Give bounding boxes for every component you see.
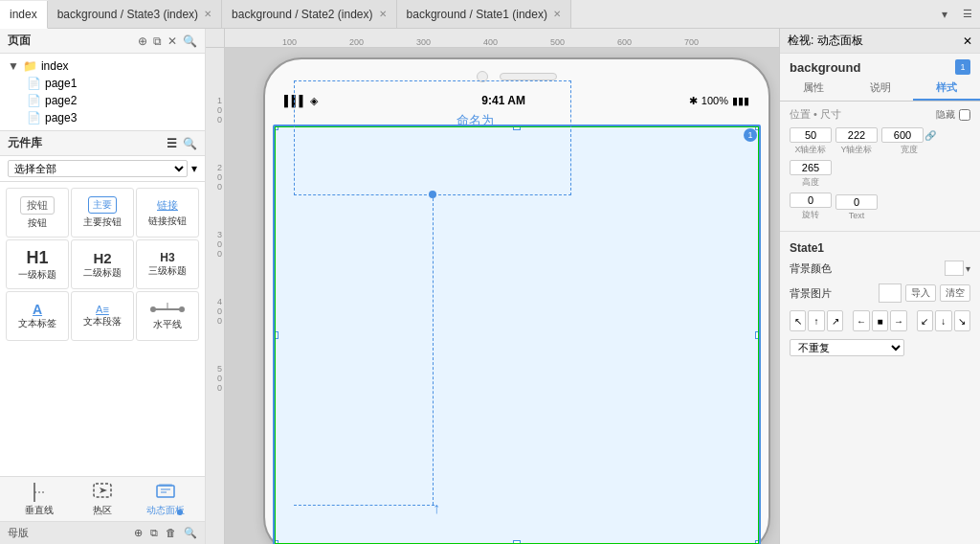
align-bc-button[interactable]: ↓: [935, 310, 951, 331]
handle-mid-right[interactable]: [755, 331, 761, 339]
xywh-row: X轴坐标 Y轴坐标 🔗 宽度 高度: [790, 127, 970, 189]
bg-color-dropdown[interactable]: ▾: [966, 263, 970, 274]
y-input[interactable]: [835, 127, 878, 143]
component-text-label[interactable]: A 文本标签: [6, 291, 69, 341]
state-title: State1: [780, 236, 980, 257]
phone-status-bar: ▌▌▌ ◈ 9:41 AM ✱ 100% ▮▮▮: [265, 90, 768, 111]
ruler-tick-v-100: 100: [217, 96, 222, 125]
bg-color-row: 背景颜色 ▾: [780, 257, 980, 280]
sidebar-hotspot-item[interactable]: 热区: [83, 482, 122, 517]
tab-description[interactable]: 说明: [847, 77, 914, 101]
bg-import-button[interactable]: 导入: [905, 284, 936, 302]
ruler-tick-200: 200: [349, 37, 364, 47]
svg-rect-4: [157, 486, 174, 497]
component-primary-button[interactable]: 主要 主要按钮: [71, 188, 134, 238]
tree-item-page2[interactable]: 📄 page2: [0, 92, 205, 109]
folder-icon: 📁: [23, 59, 37, 73]
align-ml-button[interactable]: ←: [853, 310, 869, 331]
align-tl-button[interactable]: ↖: [790, 310, 806, 331]
handle-top-center[interactable]: [513, 125, 521, 130]
component-text-para[interactable]: A≡ 文本段落: [71, 291, 134, 341]
sidebar-dynamic-panel-item[interactable]: 动态面板: [146, 482, 185, 517]
height-input[interactable]: [790, 160, 832, 175]
component-button[interactable]: 按钮 按钮: [6, 188, 69, 238]
tab-style[interactable]: 样式: [913, 77, 980, 101]
handle-mid-left[interactable]: [273, 331, 278, 339]
bg-align-row: ↖ ↑ ↗ ← ■ → ↙ ↓ ↘: [780, 306, 980, 335]
handle-top-left[interactable]: [273, 125, 278, 130]
tree-root-index[interactable]: ▼ 📁 index: [0, 57, 205, 75]
text-input[interactable]: [835, 194, 878, 210]
bg-clear-button[interactable]: 清空: [940, 284, 970, 302]
close-tab-bg-state3[interactable]: ✕: [204, 9, 212, 19]
inspector-close-icon[interactable]: ✕: [963, 34, 972, 48]
position-size-title: 位置 • 尺寸 隐藏: [790, 107, 970, 122]
bg-color-preview[interactable]: [945, 261, 964, 276]
component-link-button[interactable]: 链接 链接按钮: [136, 188, 199, 238]
sidebar-vline-item[interactable]: 垂直线: [20, 481, 58, 517]
bg-repeat-select[interactable]: 不重复: [790, 339, 904, 356]
handle-top-right[interactable]: [755, 125, 761, 130]
tab-more-button[interactable]: ▾: [934, 8, 955, 21]
component-hline[interactable]: 水平线: [136, 291, 199, 341]
footer-delete-icon[interactable]: 🗑: [166, 527, 176, 539]
button-preview: 按钮: [20, 196, 55, 215]
pages-add-icon[interactable]: ⊕: [138, 34, 147, 48]
component-search-icon[interactable]: 🔍: [183, 137, 197, 150]
component-grid: 按钮 按钮 主要 主要按钮 链接 链接按钮 H1 一级标题 H2 二级标题 H3…: [0, 182, 205, 347]
tab-bg-state2[interactable]: background / State2 (index) ✕: [222, 0, 396, 28]
tree-item-page3[interactable]: 📄 page3: [0, 109, 205, 126]
h3-preview: H3: [160, 251, 174, 264]
footer-search-icon[interactable]: 🔍: [184, 527, 197, 539]
component-h1[interactable]: H1 一级标题: [6, 239, 69, 289]
component-h3[interactable]: H3 三级标题: [136, 239, 199, 289]
align-br-button[interactable]: ↘: [954, 310, 970, 331]
close-tab-bg-state1[interactable]: ✕: [553, 9, 561, 19]
footer-copy-icon[interactable]: ⧉: [150, 527, 158, 539]
active-dot: [177, 510, 183, 515]
handle-bottom-left[interactable]: [273, 540, 278, 544]
rotate-input[interactable]: [790, 193, 832, 208]
inspector-element-name-row: background 1: [780, 54, 980, 77]
left-sidebar: 页面 ⊕ ⧉ ✕ 🔍 ▼ 📁 index 📄 page1 📄 page2: [0, 29, 206, 544]
close-tab-bg-state2[interactable]: ✕: [379, 9, 387, 19]
tab-index[interactable]: index: [0, 1, 48, 29]
component-h2[interactable]: H2 二级标题: [71, 239, 134, 289]
page-file-icon: 📄: [27, 94, 41, 107]
component-library-header: 元件库 ☰ 🔍: [0, 131, 205, 156]
phone-screen-selected[interactable]: 1: [273, 125, 761, 544]
main-layout: 页面 ⊕ ⧉ ✕ 🔍 ▼ 📁 index 📄 page1 📄 page2: [0, 29, 980, 544]
inspector-element-name: background: [790, 60, 949, 75]
tab-bg-state3[interactable]: background / State3 (index) ✕: [48, 0, 222, 28]
inspector-toggle-button[interactable]: ☰: [955, 8, 980, 20]
pages-copy-icon[interactable]: ⧉: [153, 34, 162, 48]
align-tc-button[interactable]: ↑: [808, 310, 824, 331]
width-input[interactable]: [881, 127, 924, 143]
handle-bottom-center[interactable]: [513, 540, 521, 544]
align-bl-button[interactable]: ↙: [917, 310, 933, 331]
link-width-height-icon[interactable]: 🔗: [924, 130, 936, 141]
ruler-tick-100: 100: [282, 37, 297, 47]
canvas-content[interactable]: ▌▌▌ ◈ 9:41 AM ✱ 100% ▮▮▮: [225, 48, 779, 544]
footer-add-icon[interactable]: ⊕: [134, 527, 143, 539]
align-tr-button[interactable]: ↗: [827, 310, 843, 331]
ruler-tick-300: 300: [416, 37, 431, 47]
phone-time: 9:41 AM: [481, 94, 525, 107]
align-mc-button[interactable]: ■: [872, 310, 888, 331]
footer-master-label[interactable]: 母版: [8, 526, 29, 540]
handle-bottom-right[interactable]: [755, 540, 761, 544]
component-menu-icon[interactable]: ☰: [167, 137, 177, 150]
phone-frame-wrapper: ▌▌▌ ◈ 9:41 AM ✱ 100% ▮▮▮: [263, 57, 770, 544]
tab-properties[interactable]: 属性: [780, 77, 847, 101]
hidden-checkbox[interactable]: [959, 109, 970, 121]
h2-preview: H2: [93, 250, 111, 266]
phone-speaker: [500, 73, 557, 80]
phone-frame: ▌▌▌ ◈ 9:41 AM ✱ 100% ▮▮▮: [263, 57, 770, 544]
x-input[interactable]: [790, 127, 832, 143]
align-mr-button[interactable]: →: [890, 310, 906, 331]
tab-bg-state1[interactable]: background / State1 (index) ✕: [397, 0, 571, 28]
tree-item-page1[interactable]: 📄 page1: [0, 75, 205, 92]
component-filter-select[interactable]: 选择全部: [8, 160, 188, 177]
pages-delete-icon[interactable]: ✕: [167, 34, 177, 48]
pages-search-icon[interactable]: 🔍: [183, 34, 197, 48]
